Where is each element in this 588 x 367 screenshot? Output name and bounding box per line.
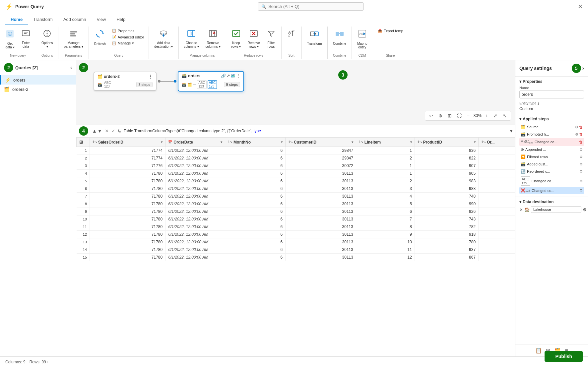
col-header-sales-order-id[interactable]: 1²₃ SalesOrderID ▾: [90, 138, 165, 147]
diagram-node-orders2[interactable]: 🗂️ orders-2 ⋮ 🗃️ ABC123 3 steps: [94, 72, 157, 91]
filter-rows-button[interactable]: Filterrows: [264, 28, 279, 50]
col-product-id-filter[interactable]: ▾: [474, 140, 476, 144]
qs-properties-chevron[interactable]: ▾: [519, 79, 521, 84]
table-row[interactable]: 15717806/1/2022, 12:00:00 AM63011312867: [77, 254, 515, 261]
col-header-customer-id[interactable]: 1²₃ CustomerID ▾: [286, 138, 356, 147]
col-filter-icon[interactable]: ▾: [161, 140, 163, 144]
orders-node-expand-icon[interactable]: 🔗: [221, 74, 226, 78]
properties-button[interactable]: 📋 Properties: [110, 28, 146, 33]
orders-node-schema-icon[interactable]: 🗺️: [230, 74, 235, 78]
enter-data-button[interactable]: Enterdata: [19, 28, 33, 50]
step-changed-co2-gear-icon[interactable]: ⚙: [579, 179, 583, 183]
diagram-node-orders[interactable]: 🗃️ orders 🔗 ↗ 🗺️ ⋮ 🗃️ 🗂️ ···: [178, 71, 244, 92]
manage-button[interactable]: 📋 Manage ▾: [110, 40, 146, 46]
refresh-button[interactable]: Refresh: [92, 28, 108, 47]
publish-button[interactable]: Publish: [545, 351, 583, 362]
col-customer-id-filter[interactable]: ▾: [352, 140, 353, 144]
data-dest-chevron[interactable]: ▾: [519, 200, 521, 204]
sort-button[interactable]: AZ: [284, 28, 299, 41]
step-changed-co2[interactable]: ABC123 Changed co... ⚙: [519, 175, 584, 187]
tab-transform[interactable]: Transform: [28, 14, 58, 25]
col-header-month-no[interactable]: 1²₃ MonthNo ▾: [225, 138, 286, 147]
tab-add-column[interactable]: Add column: [58, 14, 92, 25]
transform-button[interactable]: Transform: [304, 28, 325, 47]
close-button[interactable]: ✕: [578, 3, 583, 10]
table-row[interactable]: 8717806/1/2022, 12:00:00 AM6301135990: [77, 200, 515, 208]
combine-button[interactable]: Combine: [330, 28, 349, 47]
col-header-line-item[interactable]: 1²₃ LineItem ▾: [356, 138, 415, 147]
grid-button[interactable]: ⊞: [446, 112, 453, 119]
manage-parameters-button[interactable]: Manageparameters ▾: [61, 28, 86, 50]
formula-accept-button[interactable]: ✓: [111, 128, 115, 134]
fullscreen-button[interactable]: ⤡: [501, 112, 508, 119]
tab-home[interactable]: Home: [5, 14, 28, 25]
fit-button[interactable]: ⤢: [492, 112, 499, 119]
formula-input[interactable]: Table.TransformColumnTypes(#"Changed col…: [124, 129, 507, 133]
col-order-date-filter[interactable]: ▾: [221, 140, 222, 144]
col-header-product-id[interactable]: 1²₃ ProductID ▾: [415, 138, 478, 147]
step-changed-co1[interactable]: ABC123 Changed co... 🗑: [519, 138, 584, 146]
table-row[interactable]: 6717806/1/2022, 12:00:00 AM6301133988: [77, 185, 515, 193]
col-month-no-filter[interactable]: ▾: [281, 140, 283, 144]
step-reordered-c[interactable]: 🔃 Reordered c... ⚙: [519, 168, 584, 175]
step-filtered-rows[interactable]: 🔽 Filtered rows ⚙: [519, 153, 584, 160]
data-dest-delete-icon[interactable]: ✕: [519, 207, 523, 212]
step-source[interactable]: 🗂️ Source ⚙ 🗑: [519, 123, 584, 131]
advanced-editor-button[interactable]: 📝 Advanced editor: [110, 34, 146, 40]
orders-node-arrow-icon[interactable]: ↗: [227, 74, 230, 78]
minimap-button[interactable]: ⛶: [456, 112, 463, 119]
table-row[interactable]: 13717806/1/2022, 12:00:00 AM63011310780: [77, 238, 515, 246]
search-bar[interactable]: 🔍: [258, 2, 364, 11]
layout-button[interactable]: ⊕: [437, 112, 444, 119]
sidebar-collapse-button[interactable]: ‹: [70, 65, 72, 71]
zoom-out-button[interactable]: −: [466, 112, 471, 119]
table-row[interactable]: 14717806/1/2022, 12:00:00 AM63011311937: [77, 246, 515, 254]
table-row[interactable]: 7717806/1/2022, 12:00:00 AM6301134748: [77, 193, 515, 200]
table-row[interactable]: 5717806/1/2022, 12:00:00 AM6301132983: [77, 177, 515, 185]
step-changed-co1-delete-icon[interactable]: 🗑: [579, 140, 583, 144]
qs-name-input[interactable]: [519, 91, 584, 98]
choose-columns-button[interactable]: Choosecolumns ▾: [181, 28, 202, 50]
get-data-button[interactable]: ① Getdata ▾: [3, 28, 17, 50]
step-added-cust[interactable]: 🗃️ Added cust... ⚙: [519, 160, 584, 168]
step-appended[interactable]: ⊕ Appended ... ⚙: [519, 146, 584, 153]
step-appended-gear-icon[interactable]: ⚙: [579, 148, 583, 152]
options-button[interactable]: Options▾: [39, 28, 55, 50]
col-header-order[interactable]: 1²₃ Or...: [479, 138, 515, 147]
table-row[interactable]: 2717746/1/2022, 12:00:00 AM6298472822: [77, 154, 515, 162]
table-row[interactable]: 3717766/1/2022, 12:00:00 AM6300721907: [77, 162, 515, 170]
sidebar-item-orders[interactable]: ⚡ orders: [0, 75, 76, 85]
step-changed-co3-gear-icon[interactable]: ⚙: [579, 188, 583, 193]
table-selector-icon[interactable]: ⊞: [79, 140, 83, 145]
formula-expand-button[interactable]: ▾: [510, 128, 512, 134]
formula-down-arrow[interactable]: ▼: [98, 128, 102, 134]
sidebar-item-orders2[interactable]: 🗂️ orders-2: [0, 85, 76, 94]
table-row[interactable]: 11717806/1/2022, 12:00:00 AM6301138782: [77, 223, 515, 231]
formula-cancel-button[interactable]: ✕: [105, 128, 109, 134]
table-row[interactable]: 4717806/1/2022, 12:00:00 AM6301131905: [77, 170, 515, 177]
table-row[interactable]: 1717746/1/2022, 12:00:00 AM6298471836: [77, 147, 515, 154]
remove-rows-button[interactable]: Removerows ▾: [245, 28, 262, 50]
orders-node-menu-icon[interactable]: ⋮: [236, 74, 240, 78]
data-dest-name-input[interactable]: [531, 206, 581, 213]
keep-rows-button[interactable]: Keeprows ▾: [229, 28, 244, 50]
map-to-entity-button[interactable]: CDM Map toentity: [355, 28, 370, 50]
qs-nav-right[interactable]: ›: [582, 65, 584, 71]
step-changed-co3[interactable]: ❌123 Changed co... ⚙: [519, 187, 584, 194]
data-dest-gear-icon[interactable]: ⚙: [583, 207, 587, 212]
step-source-delete-icon[interactable]: 🗑: [579, 125, 583, 129]
tab-view[interactable]: View: [92, 14, 111, 25]
col-header-order-date[interactable]: 📅 OrderDate ▾: [165, 138, 225, 147]
search-input[interactable]: [268, 4, 360, 9]
step-filtered-rows-gear-icon[interactable]: ⚙: [579, 155, 583, 159]
table-row[interactable]: 10717806/1/2022, 12:00:00 AM6301137743: [77, 215, 515, 223]
applied-steps-chevron[interactable]: ▾: [519, 117, 521, 121]
qs-step-view-icon[interactable]: 📋: [535, 347, 542, 354]
step-source-gear-icon[interactable]: ⚙: [575, 125, 578, 129]
table-row[interactable]: 12717806/1/2022, 12:00:00 AM6301139918: [77, 231, 515, 238]
remove-columns-button[interactable]: Removecolumns ▾: [203, 28, 223, 50]
step-promoted-h-gear-icon[interactable]: ⚙: [575, 132, 578, 137]
step-reordered-c-gear-icon[interactable]: ⚙: [579, 169, 583, 174]
step-added-cust-gear-icon[interactable]: ⚙: [579, 162, 583, 166]
table-row[interactable]: 9717806/1/2022, 12:00:00 AM6301136926: [77, 208, 515, 215]
